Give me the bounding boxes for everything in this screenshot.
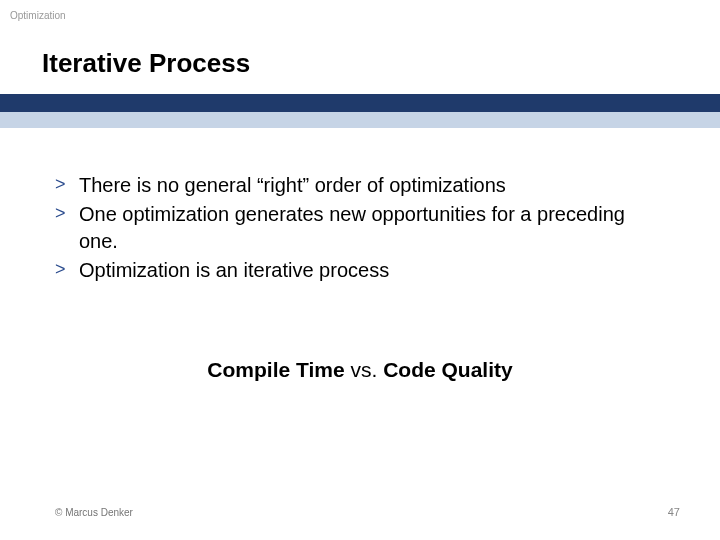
bullet-marker: > [55,257,79,281]
bullet-list: > There is no general “right” order of o… [55,172,655,286]
comparison-line: Compile Time vs. Code Quality [0,358,720,382]
bullet-text: There is no general “right” order of opt… [79,172,506,199]
bullet-marker: > [55,201,79,225]
list-item: > There is no general “right” order of o… [55,172,655,199]
light-band [0,112,720,128]
list-item: > One optimization generates new opportu… [55,201,655,255]
bullet-text: One optimization generates new opportuni… [79,201,655,255]
footer-copyright: © Marcus Denker [55,507,133,518]
comparison-right: Code Quality [383,358,513,381]
bullet-text: Optimization is an iterative process [79,257,389,284]
comparison-left: Compile Time [207,358,344,381]
dark-band [0,94,720,112]
slide-title: Iterative Process [42,48,250,79]
topic-label: Optimization [10,10,66,21]
comparison-mid: vs. [345,358,384,381]
list-item: > Optimization is an iterative process [55,257,655,284]
bullet-marker: > [55,172,79,196]
page-number: 47 [668,506,680,518]
